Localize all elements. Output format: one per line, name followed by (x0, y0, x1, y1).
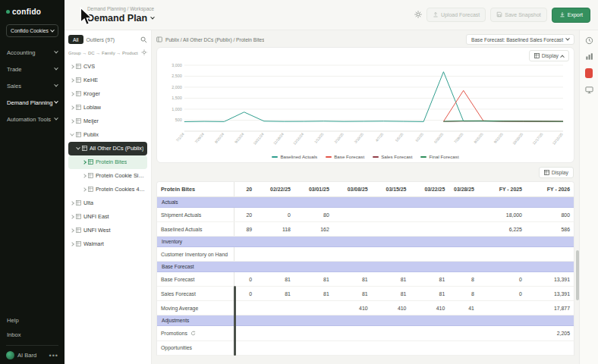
table-cell[interactable] (410, 222, 448, 237)
table-cell[interactable]: 81 (256, 287, 294, 301)
tab-outliers[interactable]: Outliers (97) (87, 37, 115, 42)
table-cell[interactable] (294, 326, 333, 341)
tree-item-meijer[interactable]: Meijer (68, 115, 147, 128)
table-cell[interactable]: 410 (333, 301, 372, 315)
table-cell[interactable] (478, 340, 526, 355)
table-cell[interactable] (333, 247, 372, 262)
notification-badge[interactable] (585, 68, 593, 78)
table-cell[interactable] (333, 326, 372, 341)
table-cell[interactable] (234, 326, 256, 341)
chevron-right-icon[interactable] (70, 92, 74, 96)
column-header-03-22-25[interactable]: 03/22/25 (410, 182, 448, 197)
table-cell[interactable] (526, 340, 574, 355)
table-cell[interactable]: 2,205 (526, 326, 574, 341)
table-cell[interactable] (372, 340, 411, 355)
table-cell[interactable]: 410 (372, 301, 411, 315)
chevron-right-icon[interactable] (70, 64, 74, 69)
help-link[interactable]: Help (6, 313, 58, 328)
chevron-right-icon[interactable] (70, 215, 74, 219)
table-cell[interactable]: 17,877 (526, 301, 574, 315)
table-cell[interactable] (448, 222, 478, 237)
forecast-line-chart[interactable]: 5001,0001,5002,0002,5003,0007/1/247/29/2… (162, 61, 569, 154)
table-cell[interactable]: 89 (234, 222, 256, 237)
table-cell[interactable]: 81 (294, 287, 333, 301)
sidebar-item-accounting[interactable]: Accounting (6, 44, 58, 61)
table-cell[interactable]: 18,000 (478, 208, 526, 222)
tree-item-loblaw[interactable]: Loblaw (68, 101, 147, 115)
sidebar-item-trade[interactable]: Trade (6, 61, 58, 77)
column-header-03-28-25[interactable]: 03/28/25 (448, 182, 478, 197)
tree-item-protein-cookie-singles[interactable]: Protein Cookie Singles (68, 169, 147, 183)
inbox-link[interactable]: Inbox (6, 328, 58, 342)
org-selector[interactable]: Confido Cookies (6, 24, 58, 37)
table-cell[interactable] (410, 326, 448, 341)
table-cell[interactable]: 13,391 (526, 287, 574, 301)
save-snapshot-button[interactable]: Save Snapshot (490, 8, 546, 22)
table-cell[interactable]: 8 (448, 272, 478, 287)
history-icon[interactable] (585, 36, 593, 45)
table-cell[interactable]: 81 (333, 272, 372, 287)
chevron-down-icon[interactable] (70, 132, 74, 136)
panel-icon[interactable] (156, 36, 162, 43)
tree-item-kehe[interactable]: KeHE (68, 74, 147, 87)
table-cell[interactable]: 6,225 (478, 222, 526, 237)
column-header-03-01-25[interactable]: 03/01/25 (294, 182, 333, 197)
table-cell[interactable] (478, 301, 526, 315)
table-cell[interactable]: 81 (372, 272, 411, 287)
table-cell[interactable]: 20 (234, 208, 256, 222)
section-row-inventory[interactable]: Inventory (157, 237, 574, 247)
tree-item-publix[interactable]: Publix (68, 128, 147, 142)
chevron-right-icon[interactable] (70, 242, 74, 246)
table-cell[interactable] (256, 340, 294, 355)
table-cell[interactable] (410, 247, 448, 262)
chevron-right-icon[interactable] (70, 105, 74, 110)
table-cell[interactable]: 81 (294, 272, 333, 287)
forecast-selector[interactable]: Base Forecast: Baselined Sales Forecast (466, 34, 574, 45)
chevron-down-icon[interactable] (150, 15, 155, 20)
more-icon[interactable]: ••• (49, 354, 58, 357)
table-cell[interactable] (478, 326, 526, 341)
bar-chart-icon[interactable] (585, 52, 593, 61)
section-row-adjustments[interactable]: Adjustments (157, 315, 574, 326)
table-cell[interactable]: 0 (478, 272, 526, 287)
user-menu[interactable]: AI Bard ••• (6, 345, 58, 359)
page-title-row[interactable]: Demand Plan (87, 13, 154, 24)
sidebar-item-automation-tools[interactable]: Automation Tools (6, 111, 58, 127)
tree-item-kroger[interactable]: Kroger (68, 87, 147, 101)
table-cell[interactable] (478, 247, 526, 262)
table-cell[interactable]: 118 (256, 222, 294, 237)
legend-item-sales-forecast[interactable]: Sales Forecast (373, 154, 412, 159)
search-icon[interactable] (140, 36, 147, 43)
chevron-right-icon[interactable] (70, 119, 74, 124)
tree-item-ulta[interactable]: Ulta (68, 196, 147, 210)
table-cell[interactable] (294, 247, 333, 262)
table-cell[interactable]: 0 (256, 208, 294, 222)
chevron-right-icon[interactable] (70, 228, 74, 233)
table-cell[interactable]: 80 (294, 208, 333, 222)
table-cell[interactable] (234, 301, 256, 315)
legend-item-final-forecast[interactable]: Final Forecast (420, 154, 458, 159)
gear-icon[interactable] (141, 49, 147, 56)
section-row-actuals[interactable]: Actuals (157, 197, 574, 208)
table-cell[interactable]: 586 (526, 222, 574, 237)
table-cell[interactable]: 81 (333, 287, 372, 301)
tree-item-protein-cookies-4pk[interactable]: Protein Cookies 4pk (68, 183, 147, 196)
table-cell[interactable]: 13,391 (526, 272, 574, 287)
table-cell[interactable]: 0 (234, 287, 256, 301)
table-cell[interactable] (372, 208, 411, 222)
table-cell[interactable] (256, 301, 294, 315)
table-cell[interactable]: 41 (448, 301, 478, 315)
table-cell[interactable]: 0 (478, 287, 526, 301)
tree-item-all-other-dcs-publix[interactable]: All Other DCs (Publix) (68, 142, 147, 155)
table-cell[interactable] (256, 247, 294, 262)
table-cell[interactable] (256, 326, 294, 341)
page-title[interactable]: Demand Plan (87, 13, 147, 24)
table-cell[interactable]: 800 (526, 208, 574, 222)
table-cell[interactable] (372, 326, 411, 341)
column-header-03-15-25[interactable]: 03/15/25 (372, 182, 411, 197)
column-header-02-22-25[interactable]: 02/22/25 (256, 182, 294, 197)
column-header-fy-2026[interactable]: FY - 2026 (526, 182, 574, 197)
chevron-down-icon[interactable] (76, 146, 80, 150)
table-cell[interactable]: 81 (410, 287, 448, 301)
legend-item-base-forecast[interactable]: Base Forecast (326, 154, 364, 159)
